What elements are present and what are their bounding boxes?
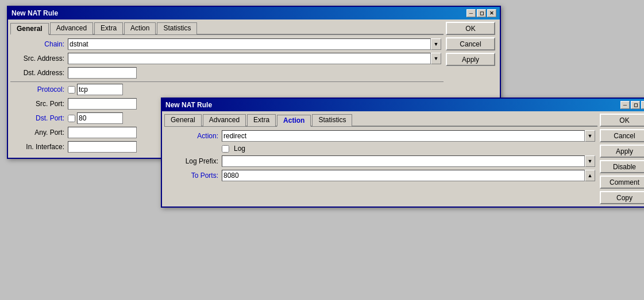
action-input[interactable] [222, 130, 585, 142]
log-prefix-label: Log Prefix: [167, 157, 218, 165]
dialog1-titlebar: New NAT Rule ─ ◻ ✕ [8, 7, 500, 20]
dialog2-disable-button[interactable]: Disable [600, 160, 644, 173]
dialog2-tab-statistics[interactable]: Statistics [312, 114, 352, 126]
dialog1-titlebar-buttons: ─ ◻ ✕ [466, 9, 496, 17]
dialog2-apply-button[interactable]: Apply [600, 145, 644, 158]
dialog1-tab-statistics[interactable]: Statistics [157, 22, 197, 34]
dst-port-checkbox[interactable] [68, 115, 75, 122]
dialog2-comment-button[interactable]: Comment [600, 176, 644, 189]
src-port-label: Src. Port: [13, 100, 64, 108]
action-label: Action: [167, 132, 218, 140]
dialog2-content: General Advanced Extra Action Statistics… [162, 111, 644, 207]
log-prefix-dropdown-icon: ▼ [588, 158, 593, 164]
log-checkbox-row: Log [219, 145, 597, 153]
dst-port-label: Dst. Port: [13, 114, 64, 122]
protocol-row: Protocol: [10, 84, 444, 95]
to-ports-up-icon: ▲ [588, 173, 593, 178]
dialog1-close-btn[interactable]: ✕ [487, 9, 496, 17]
dialog2-titlebar-buttons: ─ ◻ ✕ [620, 101, 644, 109]
action-dropdown-btn[interactable]: ▼ [585, 130, 595, 142]
dialog1-tab-extra[interactable]: Extra [94, 22, 123, 34]
dialog1-restore-btn[interactable]: ◻ [477, 9, 486, 17]
src-address-label: Src. Address: [13, 54, 64, 63]
dialog1-tab-general[interactable]: General [10, 23, 49, 35]
dialog2-minimize-btn[interactable]: ─ [620, 101, 630, 109]
src-address-dropdown-btn[interactable]: ▼ [431, 53, 441, 64]
dialog2-left: General Advanced Extra Action Statistics… [164, 114, 597, 204]
protocol-checkbox-group [68, 84, 123, 95]
src-address-row: Src. Address: ▼ [10, 53, 444, 64]
chain-dropdown-icon: ▼ [434, 41, 439, 47]
to-ports-input-group: ▲ [222, 170, 595, 181]
log-prefix-input[interactable] [222, 155, 585, 167]
dialog-nat-rule-2: New NAT Rule ─ ◻ ✕ General Advanced Extr… [161, 98, 644, 208]
action-input-group: ▼ [222, 130, 595, 142]
chain-input[interactable] [68, 38, 431, 50]
dialog2-tab-extra[interactable]: Extra [247, 114, 276, 126]
dialog2-titlebar: New NAT Rule ─ ◻ ✕ [162, 99, 644, 111]
in-interface-input[interactable] [68, 141, 137, 153]
dialog2-cancel-button[interactable]: Cancel [600, 129, 644, 142]
dialog2-title: New NAT Rule [165, 101, 212, 109]
dialog1-minimize-btn[interactable]: ─ [466, 9, 476, 17]
protocol-input[interactable] [77, 84, 123, 95]
dst-address-label: Dst. Address: [13, 69, 64, 77]
dialog1-cancel-button[interactable]: Cancel [446, 37, 495, 50]
dialog2-restore-btn[interactable]: ◻ [631, 101, 640, 109]
dialog2-tab-general[interactable]: General [164, 114, 202, 126]
dialog2-close-btn[interactable]: ✕ [641, 101, 644, 109]
log-prefix-input-group: ▼ [222, 155, 595, 167]
action-dropdown-icon: ▼ [588, 133, 593, 139]
dialog1-title: New NAT Rule [11, 9, 58, 17]
dst-address-input[interactable] [68, 67, 137, 79]
to-ports-row: To Ports: ▲ [164, 170, 597, 181]
log-prefix-dropdown-btn[interactable]: ▼ [585, 155, 595, 167]
action-row: Action: ▼ [164, 130, 597, 142]
dst-port-input[interactable] [77, 112, 123, 124]
in-interface-label: In. Interface: [13, 143, 64, 151]
dialog2-tab-action[interactable]: Action [277, 115, 311, 127]
dst-address-row: Dst. Address: [10, 67, 444, 79]
dialog2-tab-advanced[interactable]: Advanced [203, 114, 246, 126]
chain-dropdown-btn[interactable]: ▼ [431, 38, 441, 50]
dst-address-input-group [68, 67, 441, 79]
log-label: Log [234, 145, 245, 153]
to-ports-up-btn[interactable]: ▲ [585, 170, 595, 181]
chain-input-group: ▼ [68, 38, 441, 50]
chain-row: Chain: ▼ [10, 38, 444, 50]
dialog1-apply-button[interactable]: Apply [446, 53, 495, 66]
dialog2-tabs: General Advanced Extra Action Statistics [164, 114, 597, 127]
to-ports-label: To Ports: [167, 172, 218, 180]
dialog1-tabs: General Advanced Extra Action Statistics [10, 22, 444, 35]
dialog1-ok-button[interactable]: OK [446, 22, 495, 35]
any-port-input[interactable] [68, 127, 137, 138]
dialog1-tab-advanced[interactable]: Advanced [50, 22, 93, 34]
log-checkbox[interactable] [222, 145, 229, 153]
log-prefix-row: Log Prefix: ▼ [164, 155, 597, 167]
dialog1-tab-action[interactable]: Action [124, 22, 156, 34]
src-address-input-group: ▼ [68, 53, 441, 64]
dst-port-checkbox-group [68, 112, 123, 124]
dialog2-copy-button[interactable]: Copy [600, 191, 644, 204]
chain-label: Chain: [13, 40, 64, 48]
src-address-dropdown-icon: ▼ [434, 56, 439, 61]
dialog2-ok-button[interactable]: OK [600, 114, 644, 127]
protocol-checkbox[interactable] [68, 86, 75, 93]
protocol-label: Protocol: [13, 85, 64, 93]
any-port-label: Any. Port: [13, 128, 64, 137]
src-address-input[interactable] [68, 53, 431, 64]
src-port-input[interactable] [68, 98, 137, 110]
to-ports-input[interactable] [222, 170, 585, 181]
dialog2-buttons: OK Cancel Apply Disable Comment Copy [600, 114, 644, 204]
